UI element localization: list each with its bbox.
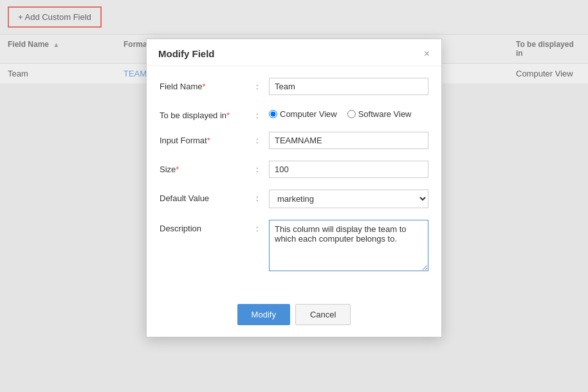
size-input[interactable] <box>269 161 428 178</box>
input-format-input-wrap <box>269 132 428 149</box>
field-name-input[interactable] <box>269 78 428 95</box>
size-label: Size* <box>160 161 256 174</box>
size-input-wrap <box>269 161 428 178</box>
field-name-input-wrap <box>269 78 428 95</box>
colon-3: : <box>256 132 269 145</box>
default-value-select[interactable]: marketing sales engineering hr <box>269 190 428 208</box>
required-star-2: * <box>226 111 230 120</box>
displayed-in-row: To be displayed in* : Computer View Soft… <box>160 107 428 120</box>
field-name-row: Field Name* : <box>160 78 428 95</box>
colon-6: : <box>256 220 269 233</box>
radio-computer-label[interactable]: Computer View <box>269 109 337 119</box>
displayed-in-options: Computer View Software View <box>269 107 428 119</box>
field-name-label: Field Name* <box>160 78 256 91</box>
modal-footer: Modify Cancel <box>147 296 441 337</box>
input-format-input[interactable] <box>269 132 428 149</box>
radio-computer[interactable] <box>269 110 277 118</box>
required-star: * <box>202 82 205 91</box>
description-textarea[interactable] <box>269 220 428 271</box>
colon-4: : <box>256 161 269 174</box>
input-format-row: Input Format* : <box>160 132 428 149</box>
colon-1: : <box>256 78 269 91</box>
cancel-button[interactable]: Cancel <box>295 304 351 325</box>
input-format-label: Input Format* <box>160 132 256 145</box>
required-star-3: * <box>207 136 210 145</box>
modal-overlay: Modify Field × Field Name* : To be displ… <box>0 0 588 392</box>
modal-body: Field Name* : To be displayed in* : <box>147 66 441 296</box>
radio-group: Computer View Software View <box>269 107 428 119</box>
description-textarea-wrap <box>269 220 428 273</box>
colon-2: : <box>256 107 269 120</box>
modify-button[interactable]: Modify <box>237 304 290 325</box>
displayed-in-label: To be displayed in* <box>160 107 256 120</box>
modal-header: Modify Field × <box>147 39 441 66</box>
description-label: Description <box>160 220 256 233</box>
default-value-label: Default Value <box>160 190 256 203</box>
description-row: Description : <box>160 220 428 273</box>
size-row: Size* : <box>160 161 428 178</box>
colon-5: : <box>256 190 269 203</box>
radio-software[interactable] <box>347 110 356 118</box>
modify-field-modal: Modify Field × Field Name* : To be displ… <box>146 39 442 337</box>
required-star-4: * <box>176 165 179 174</box>
radio-software-label[interactable]: Software View <box>347 109 412 119</box>
modal-close-button[interactable]: × <box>424 49 430 59</box>
default-value-select-wrap: marketing sales engineering hr <box>269 190 428 208</box>
default-value-row: Default Value : marketing sales engineer… <box>160 190 428 208</box>
modal-title: Modify Field <box>158 48 215 59</box>
